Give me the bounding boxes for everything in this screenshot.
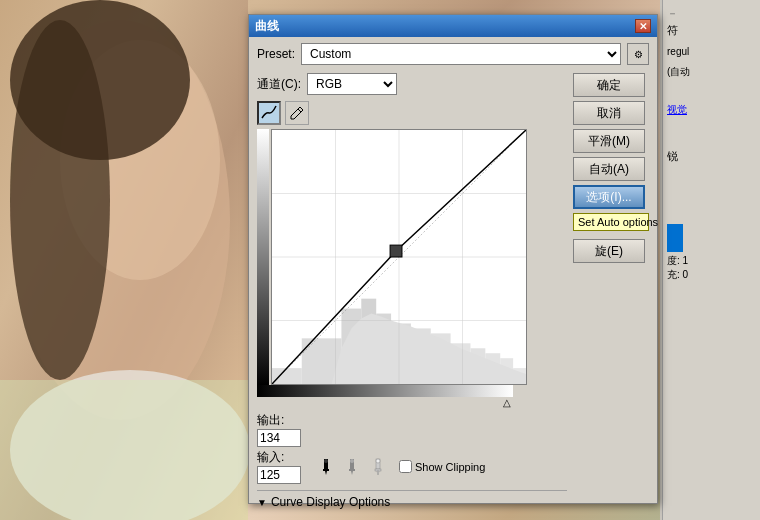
vertical-gradient-bar bbox=[257, 129, 269, 385]
curve-area-container bbox=[271, 129, 567, 385]
close-button[interactable]: ✕ bbox=[635, 19, 651, 33]
output-field[interactable]: 134 bbox=[257, 429, 301, 447]
show-clipping-row: Show Clipping bbox=[399, 460, 485, 473]
preset-row: Preset: Custom ⚙ bbox=[257, 43, 649, 65]
channel-dropdown-wrapper: RGB Red Green Blue bbox=[307, 73, 397, 95]
svg-line-8 bbox=[298, 109, 301, 112]
preset-label: Preset: bbox=[257, 47, 295, 61]
input-field[interactable]: 125 bbox=[257, 466, 301, 484]
gray-eyedropper-button[interactable] bbox=[341, 456, 363, 478]
input-group: 输入: 125 bbox=[257, 449, 301, 484]
svg-rect-15 bbox=[272, 368, 302, 384]
curves-dialog: 曲线 ✕ Preset: Custom ⚙ 通道(C): bbox=[248, 14, 658, 504]
preset-menu-button[interactable]: ⚙ bbox=[627, 43, 649, 65]
svg-rect-40 bbox=[375, 469, 381, 471]
pencil-tool-button[interactable] bbox=[285, 101, 309, 125]
smooth-button[interactable]: 平滑(M) bbox=[573, 129, 645, 153]
input-label: 输入: bbox=[257, 449, 301, 466]
svg-point-42 bbox=[376, 459, 380, 463]
show-clipping-checkbox[interactable] bbox=[399, 460, 412, 473]
ok-button[interactable]: 确定 bbox=[573, 73, 645, 97]
horizontal-gradient-bar: △ bbox=[257, 385, 513, 408]
bottom-controls-row: 输入: 125 bbox=[257, 449, 567, 484]
eyedropper-tools bbox=[315, 456, 389, 478]
curve-panel: 通道(C): RGB Red Green Blue bbox=[257, 73, 567, 509]
dialog-title: 曲线 bbox=[255, 18, 279, 35]
tool-row bbox=[257, 101, 567, 125]
tooltip-box: Set Auto options bbox=[573, 213, 649, 231]
svg-rect-30 bbox=[390, 245, 402, 257]
black-eyedropper-button[interactable] bbox=[315, 456, 337, 478]
show-clipping-label: Show Clipping bbox=[415, 461, 485, 473]
channel-label: 通道(C): bbox=[257, 76, 301, 93]
svg-rect-32 bbox=[323, 469, 329, 471]
svg-rect-36 bbox=[349, 469, 355, 471]
curve-display-options-row: ▼ Curve Display Options bbox=[257, 490, 567, 509]
output-label: 输出: bbox=[257, 412, 284, 429]
dialog-titlebar: 曲线 ✕ bbox=[249, 15, 657, 37]
right-sidebar: － 符 regul (自动 视觉 锐 度: 1 充: 0 bbox=[662, 0, 760, 520]
curve-canvas[interactable] bbox=[271, 129, 527, 385]
svg-marker-37 bbox=[351, 471, 353, 475]
auto-button[interactable]: 自动(A) bbox=[573, 157, 645, 181]
preset-select[interactable]: Custom bbox=[301, 43, 621, 65]
svg-marker-41 bbox=[377, 471, 379, 475]
options-button[interactable]: 选项(I)... bbox=[573, 185, 645, 209]
view-button[interactable]: 旋(E) bbox=[573, 239, 645, 263]
channel-row: 通道(C): RGB Red Green Blue bbox=[257, 73, 567, 95]
svg-point-38 bbox=[350, 459, 354, 463]
svg-point-34 bbox=[324, 459, 328, 463]
curve-tool-button[interactable] bbox=[257, 101, 281, 125]
svg-point-4 bbox=[10, 20, 110, 380]
svg-marker-33 bbox=[325, 471, 327, 475]
channel-select[interactable]: RGB Red Green Blue bbox=[307, 73, 397, 95]
action-buttons-panel: 确定 取消 平滑(M) 自动(A) 选项(I)... Set Auto opti… bbox=[573, 73, 649, 509]
svg-rect-6 bbox=[0, 380, 248, 520]
preset-dropdown-wrapper: Custom bbox=[301, 43, 621, 65]
white-eyedropper-button[interactable] bbox=[367, 456, 389, 478]
svg-marker-28 bbox=[332, 314, 526, 384]
expand-icon[interactable]: ▼ bbox=[257, 497, 267, 508]
grid-svg bbox=[272, 130, 526, 384]
curve-display-label: Curve Display Options bbox=[271, 495, 390, 509]
cancel-button[interactable]: 取消 bbox=[573, 101, 645, 125]
output-row: 输出: bbox=[257, 412, 567, 429]
